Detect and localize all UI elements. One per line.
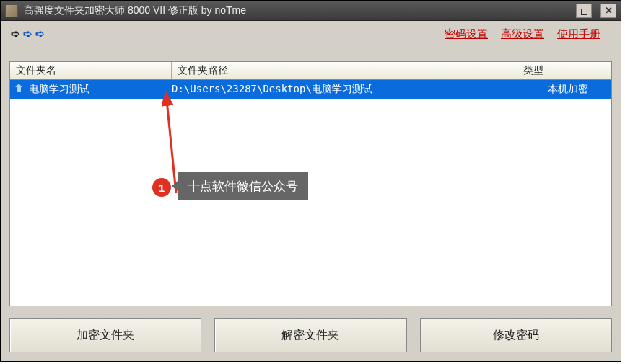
- decrypt-button[interactable]: 解密文件夹: [214, 318, 406, 352]
- list-body[interactable]: 电脑学习测试 D:\Users\23287\Desktop\电脑学习测试 本机加…: [9, 80, 612, 306]
- row-path: D:\Users\23287\Desktop\电脑学习测试: [172, 83, 525, 96]
- link-password-settings[interactable]: 密码设置: [445, 27, 488, 41]
- toolbar-links: 密码设置 高级设置 使用手册: [445, 27, 611, 41]
- folder-lock-icon: [12, 82, 26, 97]
- bottom-actions: 加密文件夹 解密文件夹 修改密码: [9, 318, 612, 352]
- arrow-right-black-icon[interactable]: ➪: [11, 27, 20, 40]
- annotation-tooltip: 十点软件微信公众号: [178, 172, 308, 200]
- change-password-button[interactable]: 修改密码: [420, 318, 612, 352]
- header-path[interactable]: 文件夹路径: [172, 62, 517, 79]
- header-name[interactable]: 文件夹名: [10, 62, 172, 79]
- annotation-badge: 1: [152, 178, 171, 197]
- arrow-right-blue-icon[interactable]: ➪: [23, 27, 32, 40]
- svg-line-0: [166, 93, 176, 193]
- table-row[interactable]: 电脑学习测试 D:\Users\23287\Desktop\电脑学习测试 本机加…: [10, 80, 611, 99]
- list-header: 文件夹名 文件夹路径 类型: [9, 61, 612, 80]
- window-controls: ✕: [576, 4, 616, 18]
- nav-arrows: ➪ ➪ ➪: [11, 27, 45, 40]
- app-window: 高强度文件夹加密大师 8000 VII 修正版 by noTme ✕ ➪ ➪ ➪…: [0, 0, 621, 362]
- content-area: 文件夹名 文件夹路径 类型 电脑学习测试 D:\Users\23287\Desk…: [9, 61, 612, 306]
- encrypt-button[interactable]: 加密文件夹: [9, 318, 201, 352]
- link-advanced-settings[interactable]: 高级设置: [501, 27, 544, 41]
- row-type: 本机加密: [525, 83, 611, 96]
- header-type[interactable]: 类型: [517, 62, 611, 79]
- toolbar: ➪ ➪ ➪ 密码设置 高级设置 使用手册: [1, 21, 621, 47]
- window-title: 高强度文件夹加密大师 8000 VII 修正版 by noTme: [24, 4, 576, 17]
- link-manual[interactable]: 使用手册: [557, 27, 600, 41]
- close-button[interactable]: ✕: [600, 4, 616, 18]
- arrow-right-blue2-icon[interactable]: ➪: [35, 27, 45, 40]
- close-icon: ✕: [605, 5, 613, 16]
- titlebar[interactable]: 高强度文件夹加密大师 8000 VII 修正版 by noTme ✕: [1, 1, 621, 21]
- minimize-button[interactable]: [576, 4, 592, 18]
- app-icon: [5, 4, 18, 17]
- row-name: 电脑学习测试: [29, 83, 172, 96]
- minimize-icon: [581, 9, 587, 15]
